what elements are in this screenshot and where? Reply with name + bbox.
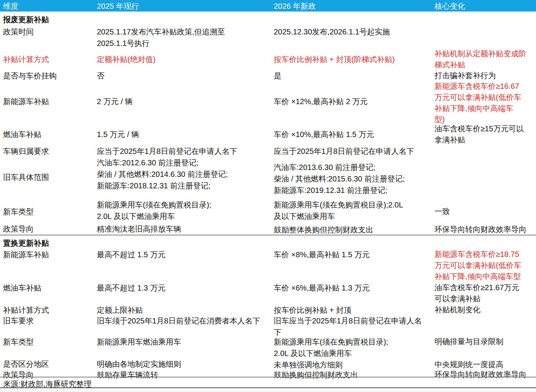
cell-s2-ice-subsidy-change: 油车含税车价≥21.67万元 可以拿满补贴 [435,282,535,304]
cell-s1-new-car-type-change: 一致 [435,206,535,217]
column-header-core-changes: 核心变化 [435,0,465,12]
row-label-ownership: 车辆归属要求 [3,145,95,157]
row-label-nev-subsidy: 新能源车补贴 [3,96,95,107]
cell-s2-old-car-req-current: 旧车须于2025年1月8日前登记在消费者本人名下 [97,315,271,327]
row-label-policy-time: 政策时间 [3,26,95,38]
cell-s1-nev-subsidy-current: 2 万元 / 辆 [97,96,271,107]
row-label-calc-method: 补贴计算方式 [3,54,95,65]
cell-s1-price-linked-current: 否 [97,70,271,82]
footer-divider-faint [0,391,536,391]
row-label-new-car-type: 新车类型 [3,206,95,217]
cell-s2-new-car-type-change: 明确排量与目录限制 [435,336,535,347]
cell-s1-price-linked-change: 打击骗补套补行为 [435,70,535,81]
column-header-dimension: 维度 [3,0,18,12]
cell-s2-old-car-req-new: 旧车应当于2025年1月8日前登记在申请人名 下 [274,315,433,338]
cell-s2-nev-subsidy-current: 最高不超过 1.5 万元 [97,249,271,260]
cell-s1-ice-subsidy-change: 油车含税车价≥15万元可以 拿满补贴 [435,123,535,145]
cell-s1-calc-method-new: 按车价比例补贴 + 封顶(阶梯式补贴) [274,54,433,65]
cell-s2-nev-subsidy-change-red: 新能源车含税车价≥18.75 万元可以拿满补贴(低价车 补贴下降,倾向中高端车型 [435,249,535,282]
cell-s1-price-linked-new: 是 [274,70,433,82]
cell-s2-ice-subsidy-current: 最高不超过 1.3 万元 [97,282,271,294]
row-label-t-old-car-req: 旧车要求 [3,315,95,327]
cell-s1-ice-subsidy-current: 1.5 万元 / 辆 [97,129,271,140]
cell-s1-calc-method-change: 补贴机制从定额补贴变成阶 梯式补贴 [435,48,535,70]
section-title-tradein: 置换更新补贴 [3,237,95,249]
cell-s1-nev-subsidy-new: 车价 ×12%,最高补贴 2 万元 [274,96,433,107]
column-header-2025-current: 2025 年现行 [97,0,139,12]
footer-divider-bottom [0,387,536,388]
cell-s2-regional-current: 明确由各地制定实施细则 [97,358,271,370]
cell-s1-policy-direction-change: 环保导向转向财政效率导向 [435,224,535,235]
section-title-scrappage: 报废更新补贴 [3,14,95,25]
cell-s2-calc-method-new: 按车价比例补贴 + 封顶 [274,304,433,316]
row-label-old-car-scope: 旧车具体范围 [3,172,95,183]
cell-s1-ice-subsidy-new: 车价 ×10%,最高补贴 1.5 万元 [274,129,433,140]
row-label-t-nev-subsidy: 新能源车补贴 [3,249,95,260]
row-label-t-calc-method: 补贴计算方式 [3,304,95,316]
cell-s1-calc-method-current: 定额补贴(绝对值) [97,54,271,65]
cell-s2-policy-direction-change: 环保导向转向财政效率导向 [435,369,535,380]
section-divider [0,235,536,235]
row-label-policy-direction: 政策导向 [3,223,95,235]
cell-s1-policy-direction-current: 精准淘汰老旧高排放车辆 [97,223,271,235]
policy-comparison-table: 维度 2025 年现行 2026 年新政 核心变化 报废更新补贴 政策时间 20… [0,0,536,392]
cell-s2-new-car-type-current: 新能源乘用车燃油乘用车 [97,336,271,348]
row-label-price-linked: 是否与车价挂钩 [3,70,95,82]
cell-s2-nev-subsidy-new: 车价 ×8%,最高补贴 1.5 万元 [274,249,433,260]
cell-s1-new-car-type-new: 新能源乘用车(须在免购置税目录);2.0L 及以下燃油乘用车 [274,199,433,222]
cell-s1-old-car-scope-current: 汽油车:2012.6.30 前注册登记; 柴油 / 其他燃料:2014.6.30… [97,157,271,191]
row-label-t-regional: 是否区分地区 [3,358,95,370]
cell-s2-regional-change: 中央规则统一度提高 [435,359,535,370]
cell-s1-new-car-type-current: 新能源乘用车(须在免购置税目录); 2.0L 及以下燃油乘用车 [97,199,271,222]
cell-s1-policy-time-new: 2025.12.30发布,2026.1.1号起实施 [274,26,433,38]
cell-s2-new-car-type-new: 新能源乘用车(须在免购置税目录); 2.0L 及以下燃油乘用车 [274,336,433,359]
cell-s1-price-linked-change-red: 新能源车含税车价≥16.67 万元可以拿满补贴(低价车 补贴下降,倾向中高端车 … [435,81,535,125]
cell-s1-ownership-current: 应当于2025年1月8日前登记在申请人名下 [97,145,271,157]
footer-divider-top [0,377,536,377]
cell-s1-ownership-new: 应当于2025年1月8日前登记在申请人名下 [274,145,433,157]
cell-s2-calc-method-change: 补贴机制变化 [435,304,535,315]
cell-s1-policy-time-current: 2025.1.17发布汽车补贴政策,但追溯至 2025.1.1号执行 [97,26,271,49]
cell-s2-policy-direction-new: 鼓励换购但控制财政支出 [274,369,433,381]
cell-s2-ice-subsidy-new: 车价 ×6%,最高补贴 1.3 万元 [274,282,433,294]
column-header-2026-new: 2026 年新政 [274,0,316,12]
row-label-t-new-car-type: 新车类型 [3,336,95,348]
cell-s1-old-car-scope-new: 汽油车:2013.6.30 前注册登记; 柴油 / 其他燃料:2015.6.30… [274,162,433,196]
cell-s1-policy-direction-new: 鼓励整体换购但控制财政支出 [274,224,433,235]
row-label-ice-subsidy: 燃油车补贴 [3,129,95,140]
row-label-t-ice-subsidy: 燃油车补贴 [3,282,95,294]
cell-s2-calc-method-current: 定额上限补贴 [97,304,271,316]
